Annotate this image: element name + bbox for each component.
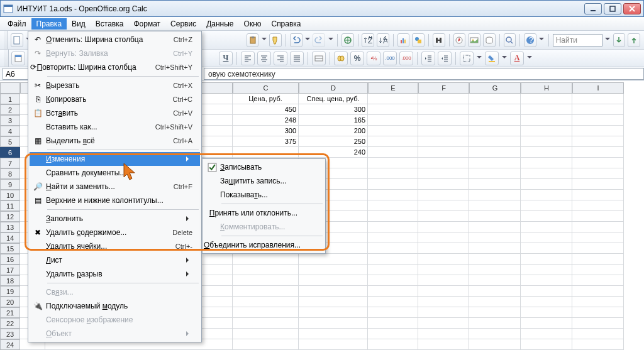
cell[interactable] (521, 147, 572, 158)
cell[interactable] (418, 94, 469, 104)
add-decimal-button[interactable]: .000 (383, 52, 397, 65)
currency-button[interactable] (334, 52, 348, 65)
align-center-button[interactable] (257, 52, 271, 65)
cell[interactable] (299, 297, 368, 307)
menu-item[interactable]: Данные (201, 18, 238, 30)
cell[interactable] (299, 275, 368, 286)
sort-asc-button[interactable]: AZ (362, 33, 374, 47)
cell[interactable] (368, 275, 418, 286)
cell[interactable] (469, 168, 521, 179)
cell[interactable]: 450 (233, 104, 299, 115)
cell[interactable] (233, 265, 299, 275)
cell[interactable] (368, 136, 418, 147)
borders-button[interactable] (460, 52, 474, 65)
menu-item[interactable]: Сервис (165, 18, 201, 30)
cell[interactable] (521, 222, 572, 232)
redo-dropdown[interactable] (328, 33, 333, 47)
fontcolor-dropdown[interactable] (526, 52, 533, 65)
menu-item[interactable]: Удалить разрыв (30, 267, 200, 281)
cell[interactable]: Спец. цена, руб. (299, 94, 368, 104)
chart-button[interactable] (397, 33, 410, 47)
menu-item[interactable]: Заполнить (30, 212, 200, 226)
cell[interactable] (299, 265, 368, 275)
align-left-button[interactable] (241, 52, 255, 65)
cell[interactable] (521, 104, 572, 115)
row-header[interactable]: 16 (0, 254, 20, 265)
cell[interactable] (418, 136, 469, 147)
cell[interactable] (521, 307, 572, 318)
cell[interactable]: 300 (233, 126, 299, 136)
cell[interactable] (469, 190, 521, 200)
row-header[interactable]: 9 (0, 179, 20, 190)
cell[interactable] (368, 115, 418, 126)
format-paint-button[interactable] (269, 33, 282, 47)
menu-item[interactable]: 🔌Подключаемый модуль (30, 299, 200, 313)
cell[interactable] (572, 318, 624, 329)
cell[interactable] (521, 126, 572, 136)
maximize-button[interactable] (604, 3, 621, 14)
navigator-button[interactable] (453, 33, 466, 47)
cell[interactable] (368, 232, 418, 243)
cell[interactable] (418, 200, 469, 211)
cell[interactable] (418, 318, 469, 329)
menu-item[interactable]: 🔎Найти и заменить...Ctrl+F (30, 180, 200, 194)
column-header[interactable]: I (572, 82, 624, 94)
show-draw-button[interactable] (412, 33, 425, 47)
cell[interactable] (418, 329, 469, 339)
column-header[interactable]: G (469, 82, 521, 94)
cell[interactable] (368, 307, 418, 318)
cell[interactable]: 248 (233, 115, 299, 126)
cell[interactable] (521, 115, 572, 126)
cell[interactable] (469, 147, 521, 158)
column-header[interactable]: F (418, 82, 469, 94)
column-header[interactable]: C (233, 82, 299, 94)
row-header[interactable]: 7 (0, 158, 20, 168)
cell[interactable] (368, 147, 418, 158)
cell[interactable] (418, 179, 469, 190)
column-header[interactable]: E (368, 82, 418, 94)
cell[interactable] (572, 147, 624, 158)
row-header[interactable]: 1 (0, 94, 20, 104)
menu-item[interactable]: Справка (266, 18, 306, 30)
cell[interactable] (572, 329, 624, 339)
cell[interactable] (368, 243, 418, 254)
toolbar-handle[interactable] (4, 50, 9, 67)
percent-button[interactable]: % (350, 52, 364, 65)
paste-dropdown[interactable] (261, 33, 267, 47)
cell[interactable] (469, 211, 521, 222)
cell[interactable]: 165 (299, 115, 368, 126)
cell[interactable] (572, 168, 624, 179)
cell[interactable] (418, 222, 469, 232)
cell[interactable]: 240 (299, 147, 368, 158)
underline-button[interactable]: Ч (219, 52, 233, 65)
row-header[interactable]: 19 (0, 286, 20, 297)
menu-item[interactable]: 📋ВставитьCtrl+V (30, 106, 200, 120)
cell[interactable] (521, 179, 572, 190)
cell[interactable] (418, 339, 469, 350)
column-header[interactable]: D (299, 82, 368, 94)
cell[interactable] (368, 104, 418, 115)
menu-item[interactable]: Правка (31, 18, 67, 30)
cell[interactable] (299, 307, 368, 318)
row-header[interactable]: 15 (0, 243, 20, 254)
cell[interactable] (572, 275, 624, 286)
cell[interactable] (521, 286, 572, 297)
row-header[interactable]: 3 (0, 115, 20, 126)
decrease-indent-button[interactable] (421, 52, 435, 65)
menu-item[interactable]: Лист (30, 253, 200, 267)
cell[interactable] (521, 168, 572, 179)
cell[interactable] (572, 94, 624, 104)
cell[interactable] (233, 147, 299, 158)
cell[interactable] (521, 297, 572, 307)
cell[interactable]: 375 (233, 136, 299, 147)
bgcolor-dropdown[interactable] (501, 52, 508, 65)
hyperlink-button[interactable] (341, 33, 354, 47)
cell[interactable] (521, 265, 572, 275)
cell[interactable] (572, 179, 624, 190)
row-header[interactable]: 17 (0, 265, 20, 275)
minimize-button[interactable] (584, 3, 602, 14)
cell[interactable] (572, 126, 624, 136)
undo-button[interactable] (290, 33, 303, 47)
row-header[interactable]: 14 (0, 232, 20, 243)
cell[interactable] (368, 286, 418, 297)
